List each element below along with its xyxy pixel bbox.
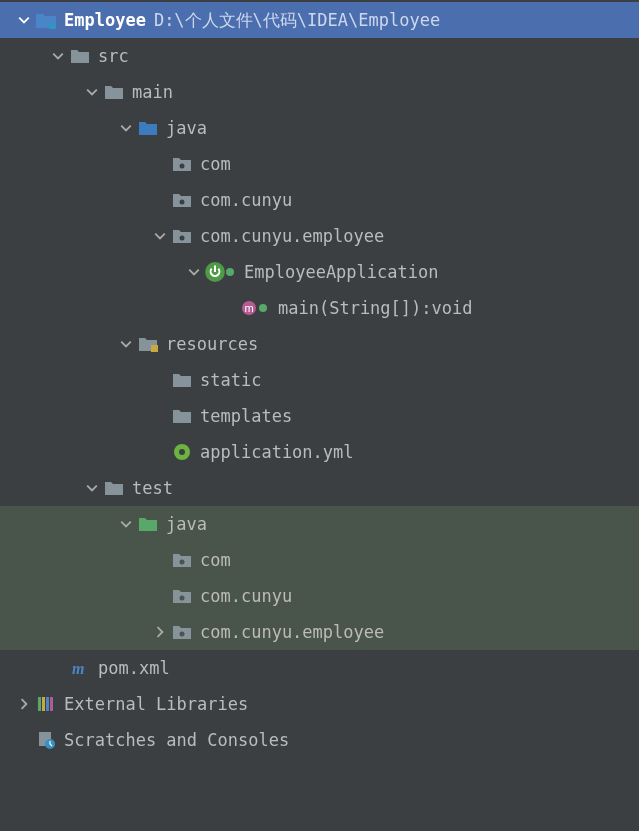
chevron-down-icon[interactable]: [150, 230, 170, 242]
app-yml-label: application.yml: [200, 442, 354, 462]
svg-point-11: [180, 596, 185, 601]
run-indicator-icon: [259, 304, 267, 312]
tree-node-java-main[interactable]: java: [0, 110, 639, 146]
tree-node-test-pkg-com[interactable]: com: [0, 542, 639, 578]
folder-icon: [170, 408, 194, 424]
tree-node-static[interactable]: static: [0, 362, 639, 398]
chevron-down-icon[interactable]: [82, 86, 102, 98]
method-icon: m: [238, 298, 272, 318]
folder-icon: [68, 48, 92, 64]
svg-rect-15: [42, 697, 45, 711]
scratches-icon: [34, 730, 58, 750]
svg-point-9: [179, 449, 185, 455]
run-indicator-icon: [226, 268, 234, 276]
test-source-folder-icon: [136, 516, 160, 532]
tree-node-pkg-com[interactable]: com: [0, 146, 639, 182]
project-tree[interactable]: Employee D:\个人文件\代码\IDEA\Employee src ma…: [0, 0, 639, 758]
tree-node-pom[interactable]: m pom.xml: [0, 650, 639, 686]
svg-point-10: [180, 560, 185, 565]
method-main-label: main(String[]):void: [278, 298, 472, 318]
svg-point-1: [180, 164, 185, 169]
main-label: main: [132, 82, 173, 102]
chevron-down-icon[interactable]: [48, 50, 68, 62]
pkg-com-label: com: [200, 154, 231, 174]
tree-node-src[interactable]: src: [0, 38, 639, 74]
package-icon: [170, 624, 194, 640]
tree-node-class-employee-app[interactable]: EmployeeApplication: [0, 254, 639, 290]
spring-boot-class-icon: [204, 261, 238, 283]
tree-node-root[interactable]: Employee D:\个人文件\代码\IDEA\Employee: [0, 2, 639, 38]
svg-point-3: [180, 236, 185, 241]
test-label: test: [132, 478, 173, 498]
java-main-label: java: [166, 118, 207, 138]
resources-label: resources: [166, 334, 258, 354]
tree-node-app-yml[interactable]: application.yml: [0, 434, 639, 470]
chevron-down-icon[interactable]: [184, 266, 204, 278]
tree-node-pkg-com-cunyu[interactable]: com.cunyu: [0, 182, 639, 218]
tree-node-pkg-com-cunyu-employee[interactable]: com.cunyu.employee: [0, 218, 639, 254]
module-folder-icon: [34, 11, 58, 29]
tree-node-templates[interactable]: templates: [0, 398, 639, 434]
folder-icon: [170, 372, 194, 388]
ext-lib-label: External Libraries: [64, 694, 248, 714]
root-path: D:\个人文件\代码\IDEA\Employee: [154, 9, 440, 32]
tree-node-scratches[interactable]: Scratches and Consoles: [0, 722, 639, 758]
svg-text:m: m: [244, 302, 253, 314]
chevron-down-icon[interactable]: [116, 518, 136, 530]
chevron-down-icon[interactable]: [82, 482, 102, 494]
src-label: src: [98, 46, 129, 66]
tree-node-method-main[interactable]: m main(String[]):void: [0, 290, 639, 326]
spring-config-icon: [170, 442, 194, 462]
maven-icon: m: [68, 658, 92, 678]
svg-rect-17: [50, 697, 53, 711]
scratches-label: Scratches and Consoles: [64, 730, 289, 750]
svg-rect-14: [38, 697, 41, 711]
root-label: Employee: [64, 10, 146, 30]
tree-node-test[interactable]: test: [0, 470, 639, 506]
svg-rect-0: [49, 23, 56, 29]
svg-point-2: [180, 200, 185, 205]
tree-node-main[interactable]: main: [0, 74, 639, 110]
chevron-down-icon[interactable]: [14, 14, 34, 26]
package-icon: [170, 156, 194, 172]
chevron-down-icon[interactable]: [116, 338, 136, 350]
package-icon: [170, 552, 194, 568]
source-folder-icon: [136, 120, 160, 136]
svg-rect-16: [46, 697, 49, 711]
tree-node-java-test[interactable]: java: [0, 506, 639, 542]
chevron-down-icon[interactable]: [116, 122, 136, 134]
pkg-com-cunyu-label: com.cunyu: [200, 190, 292, 210]
chevron-right-icon[interactable]: [150, 626, 170, 638]
test-pkg-com-cunyu-label: com.cunyu: [200, 586, 292, 606]
folder-icon: [102, 480, 126, 496]
chevron-right-icon[interactable]: [14, 698, 34, 710]
test-pkg-com-label: com: [200, 550, 231, 570]
tree-node-test-pkg-com-cunyu-employee[interactable]: com.cunyu.employee: [0, 614, 639, 650]
java-test-label: java: [166, 514, 207, 534]
svg-point-12: [180, 632, 185, 637]
svg-text:m: m: [72, 660, 84, 677]
templates-label: templates: [200, 406, 292, 426]
tree-node-test-pkg-com-cunyu[interactable]: com.cunyu: [0, 578, 639, 614]
pom-label: pom.xml: [98, 658, 170, 678]
folder-icon: [102, 84, 126, 100]
pkg-com-cunyu-employee-label: com.cunyu.employee: [200, 226, 384, 246]
package-icon: [170, 192, 194, 208]
libraries-icon: [34, 695, 58, 713]
package-icon: [170, 228, 194, 244]
tree-node-resources[interactable]: resources: [0, 326, 639, 362]
tree-node-external-libraries[interactable]: External Libraries: [0, 686, 639, 722]
package-icon: [170, 588, 194, 604]
test-pkg-com-cunyu-employee-label: com.cunyu.employee: [200, 622, 384, 642]
resources-folder-icon: [136, 336, 160, 352]
svg-rect-7: [151, 345, 158, 352]
static-label: static: [200, 370, 261, 390]
class-employee-app-label: EmployeeApplication: [244, 262, 438, 282]
